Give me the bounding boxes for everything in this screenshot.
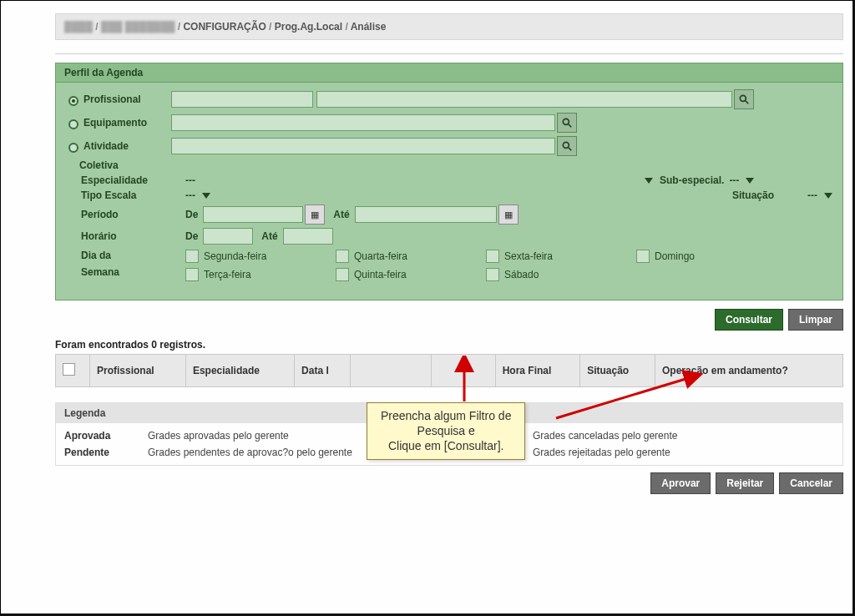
label-atividade-l1: Atividade — [83, 140, 171, 152]
dropdown-tipo-escala[interactable]: --- — [185, 189, 252, 201]
button-bar-bottom: Aprovar Rejeitar Cancelar — [55, 472, 843, 494]
input-profissional-name[interactable] — [316, 91, 732, 108]
th-hidden-2 — [431, 355, 495, 387]
svg-line-1 — [746, 101, 749, 104]
legend-k-pendente: Pendente — [64, 447, 148, 458]
dropdown-situacao[interactable]: --- — [807, 189, 832, 201]
checkbox-terca[interactable] — [185, 268, 199, 281]
input-atividade[interactable] — [171, 138, 555, 154]
page-container: ████ / ███ ███████ / CONFIGURAÇÃO / Prog… — [0, 0, 855, 616]
search-icon-atividade[interactable] — [557, 136, 577, 156]
th-data-inicio: Data I — [295, 355, 351, 387]
limpar-button[interactable]: Limpar — [788, 309, 843, 331]
checkbox-select-all[interactable] — [63, 363, 75, 376]
legend-k-aprovada: Aprovada — [64, 430, 148, 442]
input-periodo-ate[interactable] — [355, 206, 497, 223]
divider — [55, 53, 843, 54]
label-sub-especial: Sub-especial. — [660, 174, 724, 186]
svg-point-2 — [563, 119, 569, 124]
breadcrumb-analise: Análise — [351, 21, 387, 33]
breadcrumb-config: CONFIGURAÇÃO — [183, 21, 266, 33]
calendar-icon-ate[interactable]: ▦ — [498, 204, 519, 225]
label-dia-l1: Dia da — [81, 250, 185, 261]
instruction-callout: Preencha algum Filtro de Pesquisa e Cliq… — [367, 402, 525, 460]
label-situacao: Situação — [732, 189, 774, 201]
label-especialidade: Especialidade — [64, 174, 185, 186]
radio-equipamento[interactable] — [68, 119, 78, 129]
search-icon-profissional[interactable] — [734, 89, 754, 109]
radio-profissional[interactable] — [68, 96, 78, 106]
checkbox-quarta[interactable] — [336, 250, 349, 263]
checkbox-sabado[interactable] — [486, 268, 499, 281]
calendar-icon-de[interactable]: ▦ — [305, 204, 325, 225]
label-de-2: De — [185, 230, 198, 242]
th-operacao: Operação em andamento? — [655, 355, 843, 387]
svg-line-3 — [569, 124, 572, 128]
svg-point-4 — [563, 142, 569, 148]
input-horario-ate[interactable] — [283, 228, 333, 245]
chevron-down-icon — [202, 193, 210, 199]
results-table: Profissional Especialidade Data I Hora F… — [55, 354, 843, 387]
input-profissional-code[interactable] — [171, 91, 313, 108]
callout-line2: Pesquisa e — [381, 423, 511, 438]
panel-title: Perfil da Agenda — [56, 63, 842, 83]
label-atividade-l2: Coletiva — [79, 159, 167, 171]
checkbox-domingo[interactable] — [636, 250, 650, 263]
svg-line-5 — [569, 148, 572, 151]
input-equipamento[interactable] — [171, 114, 555, 131]
legend-v-cancelada: Grades canceladas pelo gerente — [533, 430, 834, 442]
legend-v-rejeitada: Grades rejeitadas pelo gerente — [533, 447, 834, 458]
breadcrumb-prog: Prog.Ag.Local — [275, 21, 342, 33]
checkbox-segunda[interactable] — [185, 250, 199, 263]
label-horario: Horário — [64, 230, 185, 242]
svg-point-0 — [740, 95, 746, 101]
label-tipo-escala: Tipo Escala — [64, 189, 185, 201]
th-hora-final: Hora Final — [495, 355, 580, 387]
label-ate-2: Até — [261, 230, 277, 242]
th-situacao: Situação — [580, 355, 655, 387]
label-equipamento: Equipamento — [83, 117, 171, 129]
radio-atividade[interactable] — [68, 143, 78, 153]
filter-panel: Perfil da Agenda Profissional Equipament… — [55, 63, 843, 300]
label-periodo: Período — [64, 209, 185, 220]
chevron-down-icon — [746, 178, 754, 184]
label-ate-1: Até — [333, 209, 349, 220]
results-count: Foram encontrados 0 registros. — [55, 339, 843, 351]
checkbox-sexta[interactable] — [486, 250, 499, 263]
breadcrumb-part-blur-1: ████ — [64, 21, 93, 33]
label-de-1: De — [185, 209, 198, 220]
label-profissional: Profissional — [83, 93, 171, 105]
th-especialidade: Especialidade — [185, 355, 294, 387]
callout-line1: Preencha algum Filtro de — [381, 408, 511, 423]
chevron-down-icon — [824, 193, 832, 199]
cancelar-button[interactable]: Cancelar — [779, 472, 843, 494]
search-icon-equipamento[interactable] — [557, 113, 577, 133]
callout-line3: Clique em [Consultar]. — [381, 438, 511, 453]
consultar-button[interactable]: Consultar — [715, 309, 783, 331]
breadcrumb: ████ / ███ ███████ / CONFIGURAÇÃO / Prog… — [55, 13, 843, 40]
button-bar-top: Consultar Limpar — [55, 309, 843, 331]
dropdown-sub-especial[interactable]: --- — [729, 174, 754, 186]
label-dia-l2: Semana — [81, 266, 185, 278]
rejeitar-button[interactable]: Rejeitar — [716, 472, 774, 494]
breadcrumb-part-blur-2: ███ ███████ — [101, 21, 175, 33]
aprovar-button[interactable]: Aprovar — [650, 472, 711, 494]
input-horario-de[interactable] — [203, 228, 253, 245]
dropdown-especialidade[interactable]: --- — [185, 174, 653, 186]
th-hidden-1 — [350, 355, 431, 387]
input-periodo-de[interactable] — [203, 206, 303, 223]
checkbox-quinta[interactable] — [336, 268, 349, 281]
chevron-down-icon — [645, 178, 653, 184]
th-profissional: Profissional — [90, 355, 186, 387]
